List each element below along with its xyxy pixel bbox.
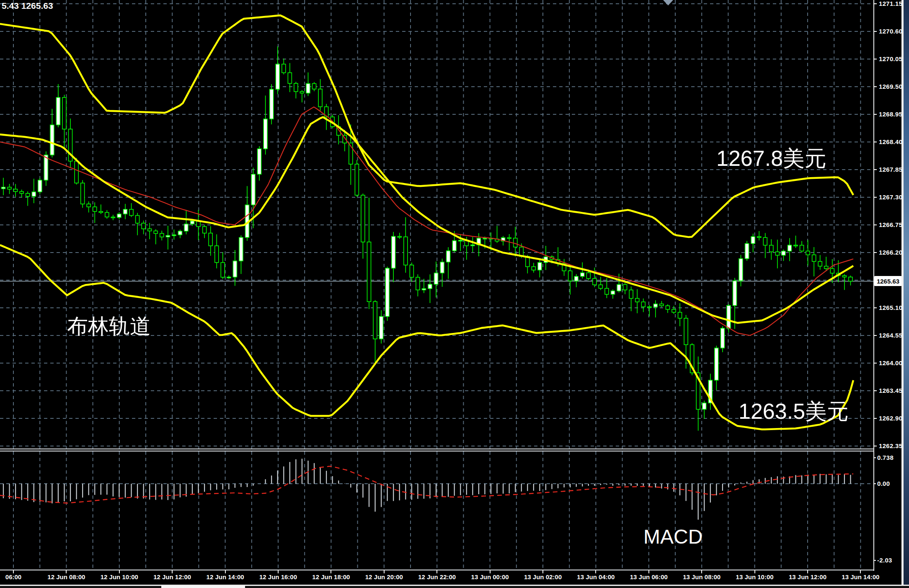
price-axis-tick <box>873 446 877 446</box>
price-axis-tick <box>873 363 877 364</box>
time-axis-label: 13 Jun 14:00 <box>842 573 879 580</box>
price-axis-label: 1270.05 <box>879 55 902 62</box>
mt4-chart-window: 5.43 1265.63 布林轨道 1267.8美元 1263.5美元 MACD… <box>0 0 909 588</box>
price-axis-label: 1268.95 <box>879 111 902 118</box>
time-axis-label: 06:00 <box>5 573 21 580</box>
time-axis-tick <box>13 570 14 573</box>
price-axis-label: 1267.85 <box>879 166 902 173</box>
price-axis-label: 1263.45 <box>879 387 902 394</box>
macd-indicator-pane[interactable] <box>0 451 873 570</box>
price-axis-label: 1268.40 <box>879 138 902 145</box>
time-axis-label: 12 Jun 20:00 <box>365 573 403 580</box>
time-axis-label: 13 Jun 12:00 <box>789 573 826 580</box>
lower-band-price-annotation: 1263.5美元 <box>739 397 849 426</box>
price-axis-tick <box>873 418 877 419</box>
time-axis-tick <box>754 570 755 573</box>
price-axis-tick <box>873 224 877 225</box>
price-chart-pane[interactable] <box>0 0 873 449</box>
time-axis-tick <box>595 570 596 573</box>
candlesticks <box>2 46 852 431</box>
time-axis-label: 12 Jun 10:00 <box>101 573 138 580</box>
time-axis-tick <box>807 570 808 573</box>
time-axis-label: 12 Jun 18:00 <box>312 573 350 580</box>
time-axis-tick <box>225 570 226 573</box>
price-axis-tick <box>873 31 877 32</box>
grid-lines <box>13 451 860 570</box>
macd-signal-line <box>0 467 853 503</box>
macd-annotation: MACD <box>643 525 702 548</box>
price-axis-tick <box>873 390 877 391</box>
time-axis-label: 12 Jun 16:00 <box>259 573 297 580</box>
price-axis-label: 1271.15 <box>879 0 902 7</box>
price-axis-label: 1266.20 <box>879 249 902 256</box>
chart-shift-marker-icon[interactable] <box>663 0 673 5</box>
time-axis-label: 12 Jun 14:00 <box>207 573 244 580</box>
time-axis-label: 13 Jun 08:00 <box>683 573 720 580</box>
time-axis-tick <box>436 570 437 573</box>
axis-separator-line <box>873 0 874 585</box>
price-axis-tick <box>873 169 877 170</box>
price-axis-label: 1265.10 <box>879 304 902 311</box>
time-axis-label: 13 Jun 02:00 <box>524 573 562 580</box>
macd-histogram <box>3 459 850 520</box>
macd-axis-label: -2.03 <box>877 557 892 564</box>
macd-axis-label: 0.738 <box>877 454 894 461</box>
symbol-quote-text: 5.43 1265.63 <box>2 1 53 11</box>
time-axis-label: 12 Jun 12:00 <box>153 573 191 580</box>
price-axis-tick <box>873 307 877 308</box>
taskbar-edge-highlight <box>161 586 245 588</box>
price-axis-label: 1266.75 <box>879 221 902 228</box>
price-axis-tick <box>873 197 877 198</box>
pane-separator-top[interactable] <box>0 449 903 449</box>
price-axis-tick <box>873 335 877 336</box>
red-ma-line <box>0 107 853 335</box>
time-axis-tick <box>278 570 279 573</box>
time-axis-separator <box>0 570 903 570</box>
price-axis-tick <box>873 252 877 253</box>
price-axis-label: 1269.50 <box>879 83 902 90</box>
price-axis-tick <box>873 59 877 59</box>
macd-axis-tick <box>873 483 876 484</box>
current-price-badge: 1265.63 <box>874 276 902 286</box>
price-axis-tick <box>873 86 877 87</box>
desktop-wallpaper-strip <box>904 0 909 588</box>
time-axis-tick <box>119 570 120 573</box>
price-axis-label: 1267.30 <box>879 193 902 201</box>
macd-axis-label: 0.00 <box>877 480 890 487</box>
price-axis-label: 1262.90 <box>879 415 902 422</box>
price-axis-label: 1262.35 <box>879 442 902 449</box>
taskbar-edge <box>0 586 909 588</box>
price-axis-label: 1264.00 <box>879 359 902 366</box>
time-axis-tick <box>66 570 67 573</box>
time-axis-label: 12 Jun 22:00 <box>418 573 456 580</box>
bollinger-upper-band <box>0 15 853 237</box>
time-axis-tick <box>648 570 649 573</box>
macd-axis-tick <box>873 457 876 458</box>
time-axis-tick <box>384 570 385 573</box>
time-axis-label: 13 Jun 00:00 <box>471 573 509 580</box>
upper-band-price-annotation: 1267.8美元 <box>716 144 826 173</box>
time-axis-tick <box>860 570 861 573</box>
price-axis-tick <box>873 142 877 142</box>
time-axis-label: 12 Jun 08:00 <box>47 573 85 580</box>
macd-axis-tick <box>873 560 876 561</box>
time-axis-tick <box>331 570 331 573</box>
price-axis-tick <box>873 3 877 4</box>
time-axis-label: 13 Jun 04:00 <box>577 573 615 580</box>
time-axis-tick <box>172 570 173 573</box>
price-axis-tick <box>873 114 877 115</box>
time-axis-tick <box>701 570 702 573</box>
price-axis-label: 1270.60 <box>879 28 902 35</box>
time-axis-label: 13 Jun 10:00 <box>736 573 774 580</box>
time-axis-label: 13 Jun 06:00 <box>630 573 668 580</box>
time-axis-tick <box>542 570 543 573</box>
time-axis-tick <box>490 570 491 573</box>
price-axis-label: 1264.55 <box>879 332 902 339</box>
bollinger-annotation: 布林轨道 <box>67 312 151 340</box>
